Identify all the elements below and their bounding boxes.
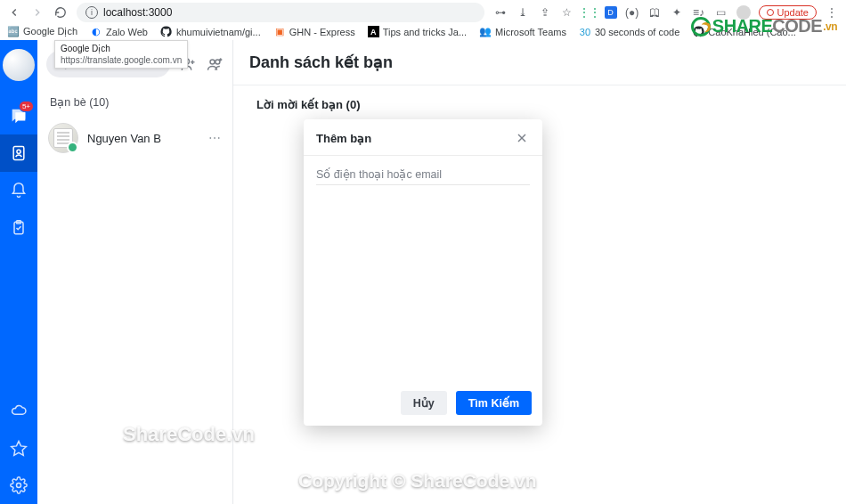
search-button[interactable]: Tìm Kiếm <box>456 391 532 415</box>
modal-header: Thêm bạn <box>304 119 542 156</box>
add-friend-modal: Thêm bạn Hủy Tìm Kiếm <box>304 119 542 426</box>
cancel-button[interactable]: Hủy <box>401 391 447 415</box>
watermark-copy: Copyright © ShareCode.vn <box>298 470 537 492</box>
phone-email-input[interactable] <box>316 165 530 185</box>
tooltip-url: https://translate.google.com.vn <box>61 54 182 66</box>
watermark-logo: SHARECODE.vn <box>691 16 837 37</box>
bookmark-tooltip: Google Dịch https://translate.google.com… <box>54 40 188 69</box>
tooltip-title: Google Dịch <box>61 43 182 54</box>
watermark-mid: ShareCode.vn <box>123 423 255 446</box>
modal-footer: Hủy Tìm Kiếm <box>304 382 542 426</box>
close-icon[interactable] <box>514 130 530 146</box>
modal-title: Thêm bạn <box>316 132 371 145</box>
modal-body <box>304 156 542 382</box>
